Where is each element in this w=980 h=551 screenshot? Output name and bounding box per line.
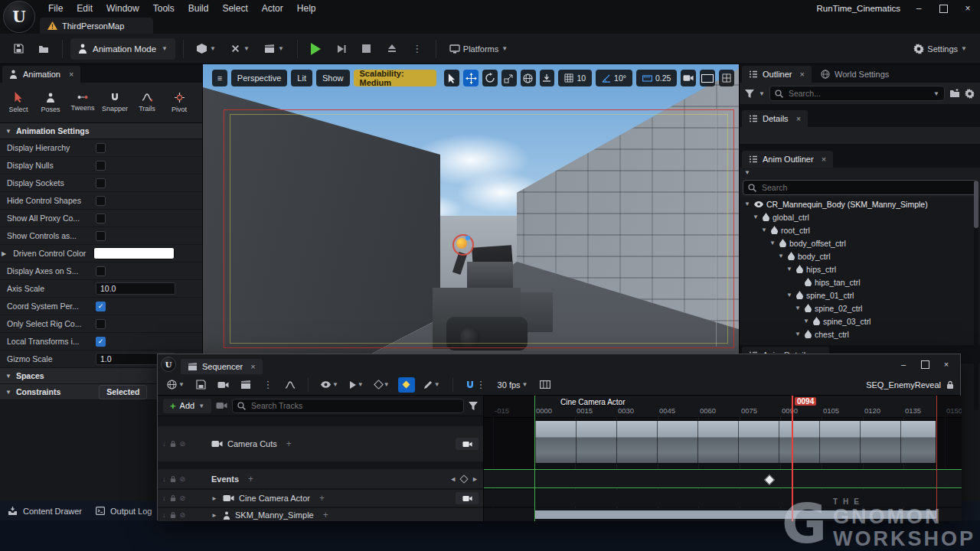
tab-world-settings[interactable]: World Settings xyxy=(814,66,896,83)
viewport-layout-button[interactable] xyxy=(719,70,734,86)
tree-item[interactable]: hips_tan_ctrl xyxy=(740,276,980,289)
editor-mode-dropdown[interactable]: Animation Mode ▼ xyxy=(70,38,175,60)
add-track-button[interactable]: +Add▼ xyxy=(163,399,211,413)
scale-snap-button[interactable]: 0.25 xyxy=(636,70,677,86)
close-button[interactable]: × xyxy=(936,357,957,372)
tree-item[interactable]: ▼global_ctrl xyxy=(740,210,980,223)
stop-button[interactable] xyxy=(356,38,377,60)
show-dropdown[interactable]: Show xyxy=(316,70,350,86)
tree-item[interactable]: ▼spine_01_ctrl xyxy=(740,289,980,302)
checkbox[interactable] xyxy=(96,319,106,329)
checkbox[interactable] xyxy=(96,231,106,241)
checkbox[interactable] xyxy=(96,143,106,153)
close-button[interactable]: × xyxy=(956,0,980,17)
restore-button[interactable] xyxy=(931,0,956,17)
track-search[interactable] xyxy=(232,399,464,413)
checkbox[interactable] xyxy=(96,196,106,206)
track-row-events[interactable]: ↓⊘ Events + ◄► xyxy=(158,469,483,488)
snap-toggle[interactable]: ⋮ xyxy=(462,377,489,393)
tab-details[interactable]: Details × xyxy=(742,110,808,127)
lock-icon[interactable] xyxy=(170,494,176,502)
add-section-icon[interactable]: + xyxy=(286,439,292,449)
expander-icon[interactable]: ▼ xyxy=(753,214,760,220)
blueprints-dropdown[interactable]: ▼ xyxy=(225,38,255,60)
tool-select[interactable]: Select xyxy=(2,92,34,113)
keyframe-options-dropdown[interactable]: ▼ xyxy=(372,377,393,393)
chevron-down-icon[interactable]: ▼ xyxy=(759,90,765,97)
unreal-logo-icon[interactable]: U xyxy=(3,1,35,33)
next-key-icon[interactable]: ► xyxy=(472,475,479,483)
minimize-button[interactable]: – xyxy=(906,0,931,17)
eject-button[interactable] xyxy=(381,38,403,60)
pin-icon[interactable]: ↓ xyxy=(162,494,166,502)
checkbox[interactable] xyxy=(96,302,106,311)
browse-content-button[interactable] xyxy=(33,38,54,60)
camera-cuts-section[interactable] xyxy=(534,420,936,464)
outliner-search[interactable]: ▼ xyxy=(769,86,945,101)
rotation-snap-button[interactable]: 10° xyxy=(596,70,632,86)
lit-dropdown[interactable]: Lit xyxy=(291,70,312,86)
sequencer-titlebar[interactable]: U Sequencer × – × xyxy=(158,354,960,374)
expander-icon[interactable]: ▼ xyxy=(778,253,785,259)
lock-icon[interactable] xyxy=(170,511,176,519)
mute-icon[interactable]: ⊘ xyxy=(180,511,186,519)
filter-icon[interactable] xyxy=(745,90,754,98)
rotate-tool-button[interactable] xyxy=(482,70,498,86)
event-key[interactable] xyxy=(764,474,775,485)
tool-poses[interactable]: Poses xyxy=(34,93,67,113)
pin-icon[interactable]: ↓ xyxy=(162,475,166,483)
settings-dropdown[interactable]: Settings ▼ xyxy=(908,38,972,60)
curve-editor-button[interactable] xyxy=(282,377,299,393)
tool-trails[interactable]: Trails xyxy=(131,93,163,112)
add-actor-dropdown[interactable]: ▼ xyxy=(191,38,221,60)
close-icon[interactable]: × xyxy=(796,114,801,123)
menu-build[interactable]: Build xyxy=(181,0,216,17)
menu-help[interactable]: Help xyxy=(290,0,323,17)
checkbox[interactable] xyxy=(96,214,106,223)
world-coordinate-button[interactable] xyxy=(521,70,536,86)
tree-item[interactable]: ▼spine_03_ctrl xyxy=(740,315,980,328)
checkbox[interactable] xyxy=(96,161,106,171)
animation-settings-header[interactable]: ▼ Animation Settings xyxy=(0,123,202,139)
constraints-filter-button[interactable]: Selected xyxy=(99,385,147,399)
menu-tools[interactable]: Tools xyxy=(146,0,181,17)
camera-icon[interactable] xyxy=(216,402,227,409)
expander-icon[interactable]: ▼ xyxy=(786,292,793,298)
tree-item[interactable]: ▼body_offset_ctrl xyxy=(740,236,980,249)
view-options-dropdown[interactable]: ▼ xyxy=(318,377,341,393)
tab-animation[interactable]: Animation × xyxy=(2,66,80,83)
new-folder-icon[interactable] xyxy=(949,89,960,98)
mute-icon[interactable]: ⊘ xyxy=(180,475,186,483)
move-tool-button[interactable] xyxy=(463,70,479,86)
play-button[interactable] xyxy=(305,38,327,60)
add-section-icon[interactable]: + xyxy=(323,510,328,520)
frame-skip-button[interactable] xyxy=(331,38,352,60)
panel-scrollbar[interactable] xyxy=(974,181,978,410)
lock-icon[interactable] xyxy=(170,440,176,448)
anim-outliner-search[interactable] xyxy=(743,180,977,195)
outliner-settings-icon[interactable] xyxy=(965,89,975,99)
mute-icon[interactable]: ⊘ xyxy=(180,494,186,502)
eye-icon[interactable] xyxy=(754,201,763,207)
save-button[interactable] xyxy=(8,38,29,60)
expander-icon[interactable]: ▼ xyxy=(761,227,768,233)
select-tool-button[interactable] xyxy=(444,70,459,86)
lock-camera-button[interactable] xyxy=(456,492,479,504)
chevron-down-icon[interactable]: ▼ xyxy=(933,90,939,97)
add-section-icon[interactable]: + xyxy=(248,474,253,484)
sequencer-window[interactable]: U Sequencer × – × ▼ ⋮ ▼ ▼ ▼ ▼ ⋮ 30 fps▼ … xyxy=(157,354,961,520)
anim-outliner-expander[interactable]: ▼ xyxy=(740,168,980,178)
prev-key-icon[interactable]: ◄ xyxy=(449,475,456,483)
tab-outliner[interactable]: Outliner × xyxy=(742,66,812,83)
render-movie-button[interactable] xyxy=(237,377,254,393)
restore-button[interactable] xyxy=(914,357,936,372)
playback-options-dropdown[interactable]: ▼ xyxy=(347,377,367,393)
track-row-skm-manny[interactable]: ↓⊘ ► SKM_Manny_Simple + xyxy=(158,508,483,521)
camera-speed-button[interactable] xyxy=(681,70,696,86)
close-icon[interactable]: × xyxy=(800,70,805,79)
tree-item[interactable]: ▼hips_ctrl xyxy=(740,262,980,276)
expander-icon[interactable]: ▼ xyxy=(786,266,793,272)
expander-icon[interactable]: ▼ xyxy=(769,240,776,246)
tree-item[interactable]: ▼root_ctrl xyxy=(740,223,980,236)
thumbnail-toggle[interactable] xyxy=(537,377,554,393)
